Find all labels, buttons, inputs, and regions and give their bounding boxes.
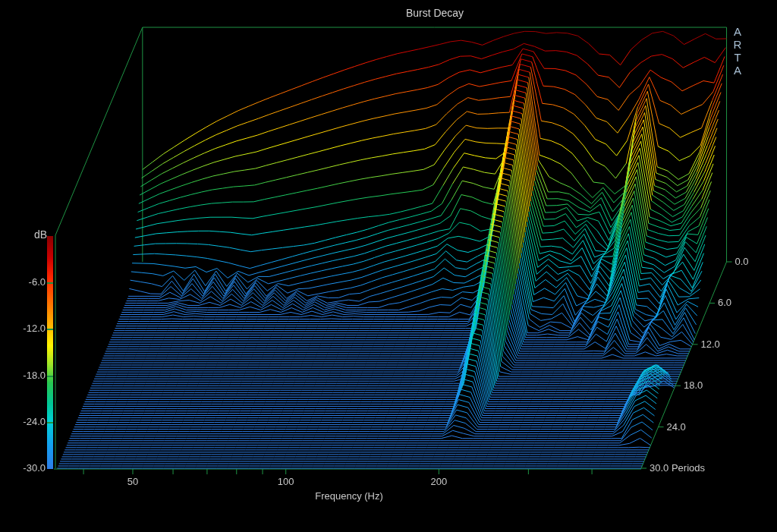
waterfall-canvas xyxy=(0,0,777,532)
burst-decay-window: Burst Decay A R T A dB Frequency (Hz) -6… xyxy=(0,0,777,532)
